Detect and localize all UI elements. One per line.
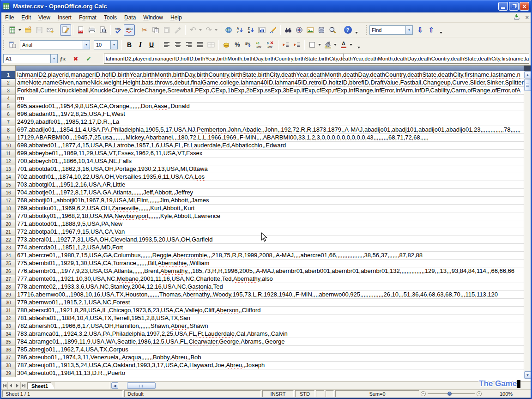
- grid-row-7[interactable]: 24929,abadfe01,,,1985,12,17,D.R.,,La: [16, 118, 524, 126]
- vertical-scroll-thumb[interactable]: [524, 79, 531, 91]
- row-header-4[interactable]: 4: [1, 95, 16, 103]
- document-close-icon[interactable]: ×: [525, 14, 529, 21]
- grid-row-20[interactable]: 771,abbotod01,,,1888,9,5,USA,PA,New: [16, 220, 524, 228]
- new-document-button[interactable]: [7, 24, 18, 36]
- background-color-dropdown-icon[interactable]: [334, 44, 337, 46]
- row-header-2[interactable]: 2: [1, 79, 16, 87]
- menu-edit[interactable]: Edit: [18, 13, 35, 22]
- italic-button[interactable]: I: [135, 39, 146, 50]
- row-header-15[interactable]: 15: [1, 181, 16, 189]
- font-name-combobox[interactable]: Arial ▼: [20, 40, 90, 49]
- horizontal-scrollbar[interactable]: ◀: [110, 382, 531, 389]
- toolbar-overflow-icon[interactable]: [355, 32, 358, 34]
- zoom-button[interactable]: [327, 24, 338, 36]
- column-header-a-selected[interactable]: [16, 66, 524, 71]
- font-size-dropdown-icon[interactable]: ▼: [110, 41, 117, 49]
- grid-row-34[interactable]: 783,abramca01,,,1924,3,2,USA,PA,Philadel…: [16, 330, 524, 338]
- grid-row-4[interactable]: rm: [16, 95, 524, 103]
- formatting-overflow-icon[interactable]: [357, 47, 360, 48]
- row-header-3[interactable]: 3: [1, 87, 16, 95]
- find-previous-button[interactable]: ⇧: [426, 24, 437, 36]
- status-selection-mode[interactable]: STD: [295, 390, 314, 397]
- page-preview-button[interactable]: [97, 24, 109, 36]
- find-toolbar-grip[interactable]: [365, 25, 368, 35]
- row-header-33[interactable]: 33: [1, 322, 16, 330]
- grid-row-25[interactable]: 775,abernbi01,,,1929,1,30,USA,CA,Torranc…: [16, 260, 524, 267]
- row-header-31[interactable]: 31: [1, 307, 16, 314]
- grid-row-15[interactable]: 703,abbotgl01,,,1951,2,16,USA,AR,Little: [16, 181, 524, 189]
- navigator-button[interactable]: [294, 24, 305, 36]
- restore-button[interactable]: [509, 2, 519, 11]
- find-input[interactable]: Find: [370, 27, 405, 33]
- new-document-dropdown-icon[interactable]: [18, 29, 21, 31]
- name-box-dropdown-icon[interactable]: ▼: [50, 54, 57, 63]
- row-header-36[interactable]: 36: [1, 346, 16, 354]
- grid-row-9[interactable]: 17129,ABARBMI00,,,1945,7,25,usa,,,,,,,,M…: [16, 134, 524, 142]
- menu-insert[interactable]: Insert: [54, 13, 75, 22]
- zoom-slider-track[interactable]: [428, 393, 475, 394]
- grid-row-1[interactable]: lahmanID2,playerid,managerID,hofID,birth…: [16, 71, 524, 79]
- grid-row-16[interactable]: 704,abbotje01,,,1972,8,17,USA,GA,Atlanta…: [16, 189, 524, 197]
- grid-row-28[interactable]: 778,abernte02,,,1933,3,6,USA,NC,Stanley,…: [16, 283, 524, 291]
- row-header-13[interactable]: 13: [1, 165, 16, 173]
- row-header-18[interactable]: 18: [1, 205, 16, 212]
- increase-indent-button[interactable]: [291, 39, 302, 50]
- status-page-style[interactable]: Default: [124, 390, 261, 397]
- title-bar[interactable]: Master.csv - OpenOffice.org Calc ×: [0, 0, 532, 12]
- gallery-button[interactable]: [305, 24, 316, 36]
- insert-chart-button[interactable]: [256, 24, 267, 36]
- align-right-button[interactable]: [183, 39, 194, 50]
- find-toolbar-overflow-icon[interactable]: [440, 32, 442, 34]
- grid-row-21[interactable]: 772,abbotpa01,,,1967,9,15,USA,CA,Van: [16, 228, 524, 236]
- background-color-button[interactable]: [322, 39, 333, 50]
- align-left-button[interactable]: [161, 39, 172, 50]
- grid-row-19[interactable]: 770,abbotky01,,,1968,2,18,USA,MA,Newbury…: [16, 212, 524, 220]
- font-name-value[interactable]: Arial: [20, 42, 83, 48]
- align-center-button[interactable]: [172, 39, 183, 50]
- export-pdf-button[interactable]: PDF: [75, 24, 86, 36]
- status-insert-mode[interactable]: INSRT: [262, 390, 294, 397]
- first-sheet-button[interactable]: [1, 382, 8, 389]
- email-button[interactable]: [45, 24, 56, 36]
- row-header-24[interactable]: 24: [1, 252, 16, 260]
- grid-row-37[interactable]: 786,abreubo01,,,1974,3,11,Venezuela,,Ara…: [16, 354, 524, 362]
- row-header-29[interactable]: 29: [1, 291, 16, 299]
- hyperlink-button[interactable]: [223, 24, 234, 36]
- decrease-indent-button[interactable]: [280, 39, 291, 50]
- row-header-17[interactable]: 17: [1, 197, 16, 205]
- row-header-19[interactable]: 19: [1, 212, 16, 220]
- bold-button[interactable]: B: [124, 39, 135, 50]
- zoom-slider[interactable]: − +: [421, 390, 482, 397]
- menu-tools[interactable]: Tools: [100, 13, 121, 22]
- next-sheet-button[interactable]: [14, 382, 21, 389]
- grid-row-2[interactable]: ameNote,nameGiven,nameNick,weight,Height…: [16, 79, 524, 87]
- grid-row-5[interactable]: 695,aasedo01,,,1954,9,8,USA,CA,Orange,,,…: [16, 103, 524, 110]
- row-header-26[interactable]: 26: [1, 267, 16, 275]
- grid-row-24[interactable]: 671,abercre01,,,1980,7,15,USA,GA,Columbu…: [16, 252, 524, 260]
- toolbar-grip[interactable]: [3, 25, 5, 35]
- row-header-39[interactable]: 39: [1, 369, 16, 377]
- row-header-10[interactable]: 10: [1, 142, 16, 150]
- horizontal-scroll-thumb[interactable]: [127, 382, 156, 389]
- menu-data[interactable]: Data: [121, 13, 139, 22]
- grid-row-39[interactable]: 304,abreuto01,,,1984,11,13,D.R.,,Puerto: [16, 369, 524, 377]
- row-header-16[interactable]: 16: [1, 189, 16, 197]
- edit-file-button[interactable]: [60, 24, 71, 36]
- sort-descending-button[interactable]: Z A: [245, 24, 256, 36]
- delete-decimal-button[interactable]: 0 .000: [265, 39, 276, 50]
- vertical-scrollbar[interactable]: ▲ ▼: [524, 71, 531, 379]
- scroll-left-button[interactable]: ◀: [111, 382, 118, 389]
- grid-row-18[interactable]: 769,abbotku01,,,1969,6,2,USA,OH,Zanesvil…: [16, 205, 524, 212]
- close-button[interactable]: ×: [520, 2, 529, 11]
- name-box[interactable]: A1 ▼: [3, 54, 58, 63]
- copy-button[interactable]: [150, 24, 161, 36]
- formula-input-line[interactable]: lahmanID2,playerid,managerID,hofID,birth…: [104, 54, 529, 64]
- autospellcheck-button[interactable]: ABC: [124, 24, 135, 36]
- align-justify-button[interactable]: [194, 39, 206, 50]
- row-header-12[interactable]: 12: [1, 157, 16, 165]
- row-header-20[interactable]: 20: [1, 220, 16, 228]
- row-header-34[interactable]: 34: [1, 330, 16, 338]
- row-header-1[interactable]: 1: [1, 71, 16, 79]
- zoom-in-button[interactable]: +: [477, 391, 482, 396]
- grid-row-6[interactable]: 696,abadan01,,,1972,8,25,USA,FL,West: [16, 110, 524, 118]
